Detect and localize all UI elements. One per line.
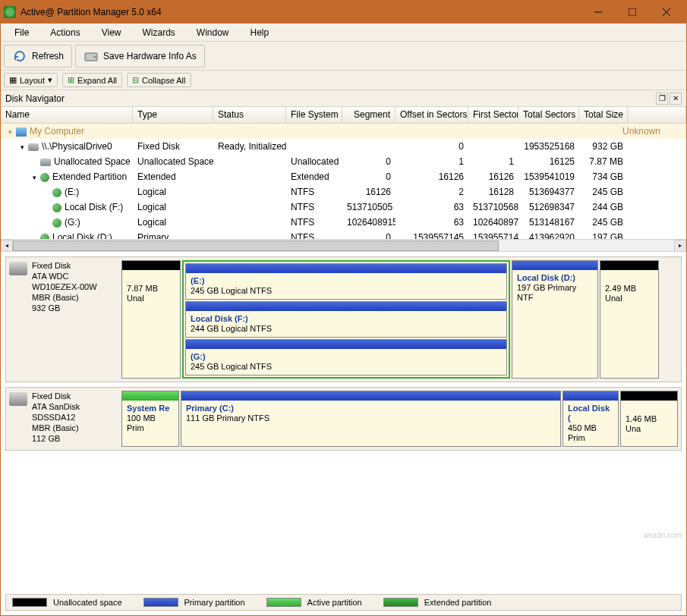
expand-all-button[interactable]: ⊞ Expand All [62,73,122,87]
mycomputer-extra: Unknown [133,126,686,137]
menu-wizards[interactable]: Wizards [132,24,186,41]
partition-system-reserved[interactable]: System Re100 MB Prim [121,391,179,447]
partition-unallocated[interactable]: 7.87 MB Unal [121,260,181,379]
globe-icon [52,203,61,212]
menu-bar: File Actions View Wizards Window Help [1,24,686,42]
refresh-icon [12,49,27,64]
expander-icon[interactable]: ▾ [17,143,27,152]
panel-title: Disk Navigator [5,93,65,104]
computer-icon [16,127,27,137]
panel-float-button[interactable]: ❐ [656,93,668,105]
watermark: wsxdn.com [644,531,682,539]
partition-e[interactable]: (E:)245 GB Logical NTFS [185,263,507,300]
table-row[interactable]: Local Disk (D:)PrimaryNTFS01539557145153… [1,230,686,239]
expand-icon: ⊞ [68,75,74,85]
globe-icon [52,188,61,197]
scroll-right-button[interactable]: ▸ [674,240,686,252]
menu-actions[interactable]: Actions [39,24,90,41]
partition-unallocated[interactable]: 1.46 MB Una [620,391,678,447]
disk-navigator-table[interactable]: Name Type Status File System Segment Off… [1,107,686,252]
drive-icon [84,49,99,64]
table-row[interactable]: (E:)LogicalNTFS16126216128513694377245 G… [1,184,686,200]
maximize-button[interactable] [615,2,649,23]
save-hw-label: Save Hardware Info As [103,51,197,61]
th-fs[interactable]: File System [286,107,342,123]
partition-d[interactable]: Local Disk (D:)197 GB Primary NTF [512,260,598,379]
th-extra [628,107,686,123]
drive-icon [9,392,27,406]
partition-g[interactable]: (G:)245 GB Logical NTFS [185,339,507,376]
drive-icon [28,143,39,151]
blank-area [1,460,686,592]
partition-c[interactable]: Primary (C:)111 GB Primary NTFS [181,391,561,447]
scroll-track[interactable] [13,240,674,252]
partition-local-disk[interactable]: Local Disk (450 MB Prim [563,391,619,447]
refresh-button[interactable]: Refresh [4,45,72,68]
th-offset[interactable]: Offset in Sectors [395,107,468,123]
toolbar: Refresh Save Hardware Info As [1,42,686,71]
panel-close-button[interactable]: ✕ [670,93,682,105]
th-tsize[interactable]: Total Size [579,107,628,123]
app-icon [4,6,16,18]
scroll-left-button[interactable]: ◂ [1,240,13,252]
legend-active: Active partition [266,598,362,607]
partition-unallocated[interactable]: 2.49 MB Unal [600,260,659,379]
collapse-all-button[interactable]: ⊟ Collapse All [127,73,191,87]
horizontal-scrollbar[interactable]: ◂ ▸ [1,239,686,251]
legend-primary: Primary partition [143,598,245,607]
table-row-mycomputer[interactable]: ▾My Computer Unknown [1,124,686,139]
drive-icon [9,262,27,275]
menu-help[interactable]: Help [240,24,280,41]
globe-icon [52,218,61,228]
table-row[interactable]: ▾Extended PartitionExtendedExtended01612… [1,169,686,184]
scroll-thumb[interactable] [13,240,499,251]
th-name[interactable]: Name [1,107,133,123]
disk-layout-panels: Fixed Disk ATA WDC WD10EZEX-00W MBR (Bas… [1,252,686,460]
menu-view[interactable]: View [91,24,132,41]
collapse-icon: ⊟ [132,75,139,85]
disk-info: Fixed Disk ATA SanDisk SDSSDA12 MBR (Bas… [9,391,118,447]
disk-panel-1[interactable]: Fixed Disk ATA SanDisk SDSSDA12 MBR (Bas… [5,387,682,451]
window-title: Active@ Partition Manager 5.0 x64 [20,7,581,17]
drive-icon [40,159,51,166]
partition-f[interactable]: Local Disk (F:)244 GB Logical NTFS [185,301,507,338]
table-row[interactable]: Local Disk (F:)LogicalNTFS51371050563513… [1,200,686,215]
refresh-label: Refresh [32,51,64,61]
th-tsec[interactable]: Total Sectors [518,107,579,123]
legend: Unallocated space Primary partition Acti… [5,594,682,611]
svg-point-5 [94,55,96,58]
layout-button[interactable]: ▦ Layout ▾ [4,73,58,87]
globe-icon [40,234,49,239]
table-row[interactable]: Unallocated SpaceUnallocated SpaceUnallo… [1,154,686,169]
th-status[interactable]: Status [213,107,286,123]
menu-file[interactable]: File [4,24,39,41]
disk-info: Fixed Disk ATA WDC WD10EZEX-00W MBR (Bas… [9,260,118,379]
panel-header: Disk Navigator ❐ ✕ [1,90,686,107]
partition-extended[interactable]: (E:)245 GB Logical NTFS Local Disk (F:)2… [182,260,510,379]
title-bar: Active@ Partition Manager 5.0 x64 [1,1,686,24]
legend-extended: Extended partition [383,598,492,607]
svg-rect-1 [629,8,636,16]
toolbar-secondary: ▦ Layout ▾ ⊞ Expand All ⊟ Collapse All [1,71,686,90]
globe-icon [40,173,49,182]
minimize-button[interactable] [581,2,615,23]
close-button[interactable] [649,2,683,23]
th-type[interactable]: Type [133,107,213,123]
table-row[interactable]: ▾\\.\PhysicalDrive0Fixed DiskReady, Init… [1,139,686,154]
table-body[interactable]: ▾My Computer Unknown ▾\\.\PhysicalDrive0… [1,124,686,239]
legend-unallocated: Unallocated space [12,598,122,607]
th-segment[interactable]: Segment [342,107,395,123]
expander-icon[interactable]: ▾ [5,127,14,137]
table-header: Name Type Status File System Segment Off… [1,107,686,124]
th-first[interactable]: First Sector [468,107,518,123]
menu-window[interactable]: Window [186,24,240,41]
save-hw-button[interactable]: Save Hardware Info As [75,45,205,68]
disk-panel-0[interactable]: Fixed Disk ATA WDC WD10EZEX-00W MBR (Bas… [5,256,682,382]
expander-icon[interactable]: ▾ [30,173,39,182]
table-row[interactable]: (G:)LogicalNTFS1026408915631026408978513… [1,215,686,230]
layout-icon: ▦ [9,75,17,85]
chevron-down-icon: ▾ [48,75,52,85]
